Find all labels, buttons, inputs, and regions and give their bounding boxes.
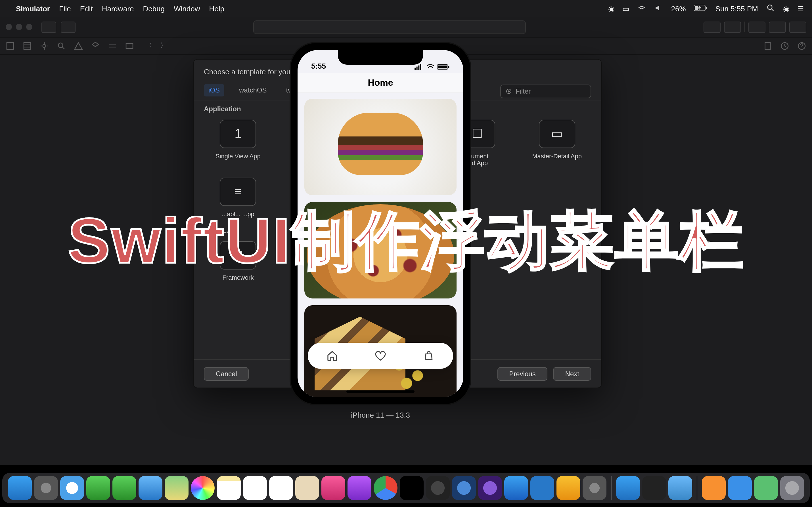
svg-point-7 [58,43,63,47]
screen-record-icon[interactable]: ◉ [608,4,614,13]
display-icon[interactable]: ▭ [622,4,629,13]
stop-button[interactable] [61,21,75,33]
template-framework[interactable]: ⊞ Framework [204,241,272,281]
simulator-device: 5:55 Home [290,42,471,419]
macos-menubar: Simulator File Edit Hardware Debug Windo… [0,0,812,17]
template-label: Single View App [204,153,272,160]
nav-icon[interactable] [23,41,32,50]
search-icon[interactable] [57,41,66,50]
library-add-button[interactable] [704,21,721,33]
home-icon[interactable] [326,350,338,361]
dock-music-icon[interactable] [321,476,345,500]
dock-facetime-icon[interactable] [112,476,136,500]
dock-sketch-icon[interactable] [556,476,580,500]
dock-calendar-icon[interactable] [243,476,267,500]
dock-systemprefs-icon[interactable] [582,476,606,500]
dock-keynote-icon[interactable] [728,476,752,500]
bag-icon[interactable] [423,350,435,361]
panel-bottom-button[interactable] [769,21,786,33]
code-review-button[interactable] [724,21,741,33]
dock-folder-icon[interactable] [668,476,692,500]
dock-notes-icon[interactable] [217,476,241,500]
tab-ios[interactable]: iOS [204,84,224,97]
filter-input[interactable]: Filter [500,84,591,98]
dock-appstore-icon[interactable] [504,476,528,500]
nav-icon[interactable] [125,41,134,50]
next-button[interactable]: Next [553,367,591,381]
menu-window[interactable]: Window [174,4,200,13]
dock-appletv-icon[interactable] [400,476,423,500]
template-master-detail-app[interactable]: ▭ Master-Detail App [523,120,591,166]
menu-hardware[interactable]: Hardware [102,4,134,13]
file-inspector-icon[interactable] [763,41,772,50]
food-card-burger[interactable] [304,99,457,195]
dock-chrome-icon[interactable] [374,476,398,500]
nav-icon[interactable] [91,41,100,50]
dock-messages-icon[interactable] [86,476,110,500]
template-tabbed-app[interactable]: ≡ ...abl... ...pp [204,178,272,217]
menu-edit[interactable]: Edit [80,4,93,13]
dock-trash-icon[interactable] [780,476,804,500]
template-label: ...abl... ...pp [204,211,272,217]
panel-left-button[interactable] [748,21,765,33]
floating-tab-bar [308,343,453,369]
svg-rect-9 [765,42,770,49]
volume-icon[interactable] [654,3,663,14]
dock-photos-icon[interactable] [191,476,215,500]
dock-safari-icon[interactable] [60,476,84,500]
cancel-button[interactable]: Cancel [204,367,249,381]
dock-terminal-icon[interactable] [642,476,666,500]
notification-center-icon[interactable]: ☰ [797,4,804,13]
menu-help[interactable]: Help [209,4,224,13]
template-single-view-app[interactable]: 1 Single View App [204,120,272,166]
svg-rect-4 [7,42,14,49]
nav-icon[interactable] [108,41,117,50]
device-notch [338,50,423,65]
dock-finder-icon[interactable] [8,476,32,500]
warning-icon[interactable] [74,41,83,50]
dock-maps-icon[interactable] [165,476,189,500]
app-name[interactable]: Simulator [16,4,50,13]
spotlight-icon[interactable] [766,3,775,14]
heart-icon[interactable] [375,350,386,361]
window-traffic-lights[interactable] [6,24,32,30]
battery-icon [437,64,450,70]
dock-xcode-icon[interactable] [616,476,640,500]
dock-motion-icon[interactable] [452,476,476,500]
template-glyph-icon: ≡ [220,178,256,206]
nav-title: Home [368,77,393,88]
dock-mail-icon[interactable] [139,476,162,500]
dock-launchpad-icon[interactable] [34,476,58,500]
tab-watchos[interactable]: watchOS [235,84,271,97]
dock-reminders-icon[interactable] [269,476,293,500]
template-label: Framework [204,274,272,281]
nav-icon[interactable] [40,41,49,50]
food-card-pizza[interactable] [304,202,457,298]
dock-podcasts-icon[interactable] [348,476,371,500]
dock-pages-icon[interactable] [702,476,726,500]
dock-contacts-icon[interactable] [295,476,319,500]
run-button[interactable] [42,21,56,33]
menu-file[interactable]: File [59,4,71,13]
panel-right-button[interactable] [789,21,806,33]
history-icon[interactable] [780,41,789,50]
template-glyph-icon: ⊞ [220,241,256,270]
wifi-icon[interactable] [637,3,646,14]
siri-icon[interactable]: ◉ [783,4,789,13]
nav-icon[interactable] [6,41,15,50]
help-icon[interactable] [797,41,806,50]
activity-viewer[interactable] [253,20,526,34]
simulator-device-label: iPhone 11 — 13.3 [290,411,471,419]
home-indicator[interactable] [346,390,414,393]
previous-button[interactable]: Previous [497,367,547,381]
status-time: 5:55 [311,62,326,70]
dock-imovie-icon[interactable] [478,476,502,500]
dock-numbers-icon[interactable] [754,476,778,500]
dock-vscode-icon[interactable] [530,476,554,500]
menubar-clock[interactable]: Sun 5:55 PM [715,4,758,13]
filter-placeholder: Filter [516,88,530,95]
dock-separator [611,476,612,500]
dock-finalcut-icon[interactable] [426,476,450,500]
svg-rect-18 [438,65,447,68]
menu-debug[interactable]: Debug [143,4,165,13]
